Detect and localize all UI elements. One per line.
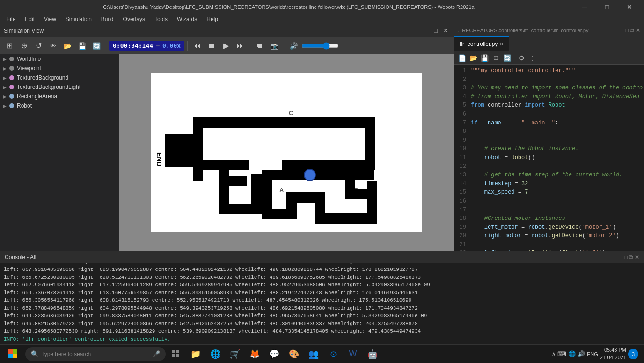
code-toolbar: 📄 📂 💾 ⊞ 🔄 ⚙ ⋮: [454, 51, 644, 65]
maximize-button[interactable]: □: [596, 0, 618, 14]
tb-stop[interactable]: ⏹: [205, 39, 218, 52]
taskview-button[interactable]: [167, 345, 185, 363]
tb-refresh[interactable]: 🔄: [90, 39, 103, 52]
notification-badge[interactable]: 3: [628, 349, 638, 359]
volume-slider[interactable]: [301, 42, 339, 50]
code-tb-refresh[interactable]: 🔄: [502, 53, 512, 63]
minimize-button[interactable]: ─: [574, 0, 595, 14]
track-svg: END START: [151, 73, 422, 232]
simulation-3d-view[interactable]: END START: [119, 54, 454, 251]
code-panel-close[interactable]: ✕: [636, 27, 640, 34]
tree-item-viewpoint[interactable]: ▶ Viewpoint: [0, 64, 119, 73]
tree-item-rectanglearena[interactable]: ▶ RectangleArena: [0, 92, 119, 101]
svg-rect-13: [251, 174, 262, 214]
console-panel: Console - All □ ⧉ ✕ left: 670.4935499420…: [0, 251, 644, 344]
svg-rect-26: [345, 189, 377, 199]
webots-button[interactable]: 🤖: [363, 345, 382, 363]
tb-fast-forward[interactable]: ⏭: [234, 39, 247, 52]
tb-audio[interactable]: 🔊: [287, 39, 300, 52]
edge-button[interactable]: 🌐: [206, 345, 225, 363]
menu-view[interactable]: View: [39, 15, 61, 23]
sim-view-title: Simulation View: [4, 28, 44, 34]
tree-item-texturedbglight[interactable]: ▶ TexturedBackgroundLight: [0, 82, 119, 92]
search-bar[interactable]: 🔍 Type here to search 🎤: [25, 347, 166, 361]
clock[interactable]: 05:43 PM 21-04-2021: [600, 347, 626, 361]
code-line-1: 1 """my_controller controller.""": [454, 66, 644, 75]
edge2-button[interactable]: ⊙: [324, 345, 343, 363]
store-button[interactable]: 🛒: [226, 345, 244, 363]
svg-rect-33: [176, 350, 179, 353]
scene-tree: ▶ WorldInfo ▶ Viewpoint ▶ TexturedBackgr…: [0, 54, 119, 251]
palette-button[interactable]: 🎨: [285, 345, 303, 363]
code-line-2: 2: [454, 75, 644, 84]
volume-icon[interactable]: 🔊: [578, 350, 585, 357]
worldinfo-arrow: ▶: [3, 57, 7, 62]
menu-simulation[interactable]: Simulation: [61, 15, 96, 23]
menu-build[interactable]: Build: [96, 15, 118, 23]
code-panel-restore[interactable]: □: [625, 27, 629, 34]
console-maximize[interactable]: ⧉: [629, 254, 633, 261]
svg-text:A: A: [279, 187, 284, 194]
explorer-button[interactable]: 📁: [186, 345, 205, 363]
menu-overlays[interactable]: Overlays: [118, 15, 150, 23]
title-bar: C:\Users\Divyanshu Yadav\Desktop\LFC_SUB…: [0, 0, 644, 14]
menu-file[interactable]: File: [2, 15, 20, 23]
svg-rect-17: [262, 170, 374, 180]
robot-label: Robot: [17, 102, 32, 109]
tree-item-worldinfo[interactable]: ▶ WorldInfo: [0, 54, 119, 64]
code-line-9: 9: [454, 136, 644, 145]
console-restore[interactable]: □: [624, 254, 628, 261]
tb-eye[interactable]: 👁: [46, 39, 59, 52]
code-tab-close[interactable]: ✕: [499, 41, 504, 47]
tree-item-texturedbg[interactable]: ▶ TexturedBackground: [0, 73, 119, 82]
code-line-14: 14 timestep = 32: [454, 180, 644, 189]
console-line: left: 656.3056554117968 right: 608.81431…: [4, 297, 640, 305]
teams-button[interactable]: 👥: [304, 345, 323, 363]
title-text: C:\Users\Divyanshu Yadav\Desktop\LFC_SUB…: [4, 4, 574, 10]
console-line: left: 665.6725230280005 right: 620.51247…: [4, 274, 640, 282]
start-button[interactable]: [2, 346, 24, 363]
sim-panel-restore[interactable]: □: [432, 27, 440, 35]
menu-tools[interactable]: Tools: [150, 15, 172, 23]
firefox-button[interactable]: 🦊: [245, 345, 264, 363]
tree-item-robot[interactable]: ▶ Robot: [0, 101, 119, 110]
svg-rect-9: [193, 160, 249, 170]
tb-play[interactable]: ▶: [220, 39, 233, 52]
code-line-16: 16: [454, 197, 644, 206]
code-editor[interactable]: 1 """my_controller controller.""" 2 3 # …: [454, 65, 644, 251]
tb-record[interactable]: ⏺: [253, 39, 266, 52]
console-line: INFO: 'lfr_controller' controller exited…: [4, 335, 640, 343]
tb-restore[interactable]: ↺: [32, 39, 45, 52]
console-close[interactable]: ✕: [635, 254, 639, 261]
tb-screenshot[interactable]: 📷: [268, 39, 281, 52]
tb-open[interactable]: 📂: [61, 39, 74, 52]
word-button[interactable]: W: [344, 345, 362, 363]
taskview-icon: [172, 350, 180, 358]
code-tb-open[interactable]: 📂: [468, 53, 478, 63]
tb-add[interactable]: ⊕: [17, 39, 30, 52]
svg-rect-34: [172, 354, 175, 357]
code-line-20: 20 right_motor = robot.getDevice('motor_…: [454, 232, 644, 240]
code-tb-saveall[interactable]: ⊞: [490, 53, 501, 63]
code-tb-save[interactable]: 💾: [479, 53, 490, 63]
code-tb-new[interactable]: 📄: [457, 53, 467, 63]
tb-save[interactable]: 💾: [75, 39, 88, 52]
search-icon: 🔍: [31, 350, 38, 357]
network-icon[interactable]: 🌐: [568, 350, 576, 357]
code-panel-maximize[interactable]: ⧉: [630, 27, 634, 34]
close-button[interactable]: ✕: [619, 0, 640, 14]
menu-edit[interactable]: Edit: [20, 15, 39, 23]
tb-rewind[interactable]: ⏮: [190, 39, 204, 52]
code-tab-file[interactable]: lfr_controller.py ✕: [454, 36, 509, 51]
app6-button[interactable]: 💬: [265, 345, 284, 363]
viewpoint-dot: [9, 66, 14, 71]
code-tb-more[interactable]: ⋮: [527, 53, 538, 63]
texturedbg-dot: [9, 75, 14, 80]
menu-wizards[interactable]: Wizards: [172, 15, 202, 23]
menu-help[interactable]: Help: [202, 15, 223, 23]
tb-3d-view[interactable]: ⊞: [3, 39, 16, 52]
code-tb-settings[interactable]: ⚙: [516, 53, 527, 63]
tray-arrow-icon[interactable]: ∧: [552, 351, 556, 357]
sim-panel-close[interactable]: ✕: [441, 27, 450, 35]
console-line: left: 662.9076601934418 right: 617.12259…: [4, 281, 640, 289]
